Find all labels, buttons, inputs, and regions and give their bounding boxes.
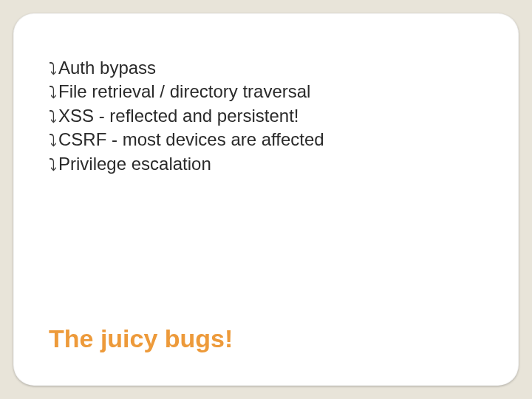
bullet-text: File retrieval / directory traversal [58,80,483,103]
bullet-icon: ⤵ [49,129,57,151]
list-item: ⤵ CSRF - most devices are affected [49,128,483,151]
bullet-icon: ⤵ [49,58,57,80]
bullet-list: ⤵ Auth bypass ⤵ File retrieval / directo… [49,56,483,176]
spacer [49,176,483,324]
list-item: ⤵ Privilege escalation [49,152,483,176]
bullet-icon: ⤵ [49,154,57,176]
bullet-text: CSRF - most devices are affected [58,128,483,151]
bullet-text: Privilege escalation [58,152,483,176]
bullet-icon: ⤵ [49,81,57,103]
bullet-text: Auth bypass [58,56,483,80]
list-item: ⤵ XSS - reflected and persistent! [49,104,483,128]
list-item: ⤵ File retrieval / directory traversal [49,80,483,103]
bullet-icon: ⤵ [49,106,57,128]
slide-frame: ⤵ Auth bypass ⤵ File retrieval / directo… [13,13,519,386]
slide-title: The juicy bugs! [49,324,483,353]
list-item: ⤵ Auth bypass [49,56,483,80]
bullet-text: XSS - reflected and persistent! [58,104,483,128]
